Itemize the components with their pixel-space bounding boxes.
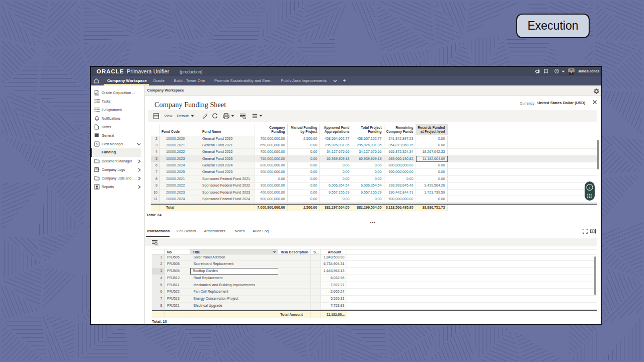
svg-text:?: ? [556,69,558,72]
svg-text:i: i [589,185,591,190]
svg-text:$: $ [96,142,98,146]
